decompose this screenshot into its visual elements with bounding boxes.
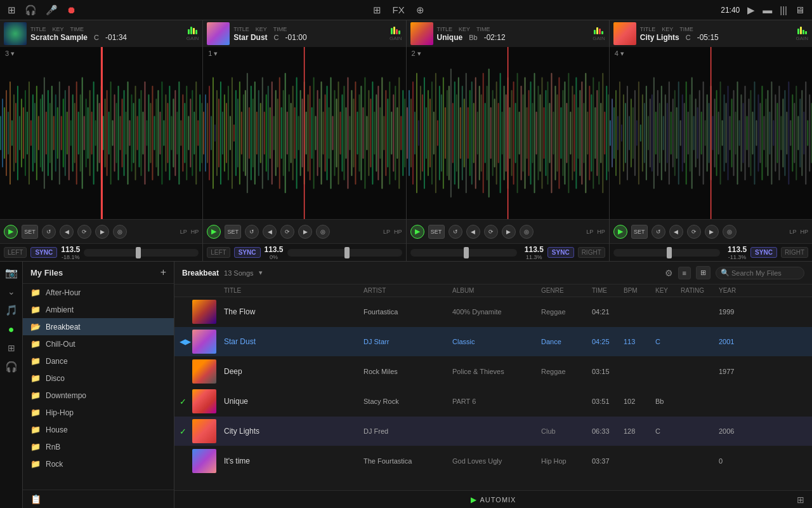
deck-2-pitch-thumb[interactable] <box>464 247 469 258</box>
sidebar-icon-photo[interactable]: 📷 <box>5 267 18 279</box>
deck-4-pitch-slider[interactable] <box>613 249 720 257</box>
deck-4-prev-btn[interactable]: ◀ <box>669 225 683 239</box>
deck-3-prev-btn[interactable]: ◀ <box>60 225 74 239</box>
folder-item-dance[interactable]: 📁 Dance <box>23 352 174 370</box>
folder-item-rnb[interactable]: 📁 RnB <box>23 438 174 455</box>
deck-3-loop2-btn[interactable]: ⟳ <box>77 225 91 239</box>
col-rating[interactable]: Rating <box>681 287 719 294</box>
play-icon[interactable]: ▶ <box>747 4 755 16</box>
deck-4-waveform[interactable]: 4 ▾ <box>610 47 812 219</box>
deck-2-cue-btn[interactable]: ◎ <box>520 225 534 239</box>
sidebar-icon-dj[interactable]: 🎧 <box>5 361 18 373</box>
track-row-2[interactable]: ◀▶ Star Dust DJ Starr Classic Dance 04:2… <box>174 327 812 357</box>
add-to-list-icon[interactable]: 📋 <box>30 494 41 504</box>
deck-4-set-btn[interactable]: SET <box>631 225 648 239</box>
automix-label[interactable]: AUTOMIX <box>480 496 516 504</box>
deck-3-waveform[interactable]: 3 ▾ <box>0 47 202 219</box>
col-bpm[interactable]: BPM <box>624 287 655 294</box>
folder-item-disco[interactable]: 📁 Disco <box>23 370 174 387</box>
deck-1-loop2-btn[interactable]: ⟳ <box>280 225 294 239</box>
fx2-icon[interactable]: ⊕ <box>416 4 424 16</box>
deck-4-play-btn[interactable]: ▶ <box>613 225 627 239</box>
sidebar-icon-spotify[interactable]: ● <box>8 324 15 335</box>
list-view-btn[interactable]: ≡ <box>678 267 691 279</box>
track-row-3[interactable]: Deep Rock Miles Police & Thieves Reggae … <box>174 357 812 387</box>
deck-2-play-btn[interactable]: ▶ <box>410 225 424 239</box>
track-row-5[interactable]: ✓ City Lights DJ Fred Club 06:33 128 C 2… <box>174 417 812 446</box>
col-artist[interactable]: Artist <box>363 287 452 294</box>
deck-1-play-btn[interactable]: ▶ <box>207 225 221 239</box>
folder-item-downtempo[interactable]: 📁 Downtempo <box>23 387 174 404</box>
track-row-4[interactable]: ✓ Unique Stacy Rock PART 6 03:51 102 Bb <box>174 387 812 417</box>
deck-3-cue-btn[interactable]: ◎ <box>113 225 127 239</box>
layout-icon[interactable]: ▬ <box>763 4 772 15</box>
filter-icon[interactable]: ⚙ <box>665 268 673 278</box>
deck-1-sync-btn[interactable]: SYNC <box>234 247 261 258</box>
deck-2-pitch-slider[interactable] <box>410 249 517 257</box>
deck-3-next-btn[interactable]: ▶ <box>95 225 109 239</box>
deck-4-pitch-thumb[interactable] <box>667 247 672 258</box>
deck-3-play-btn[interactable]: ▶ <box>4 225 18 239</box>
col-album[interactable]: Album <box>452 287 541 294</box>
folder-item-ambient[interactable]: 📁 Ambient <box>23 301 174 318</box>
deck-3-set-btn[interactable]: SET <box>22 225 38 239</box>
deck-2-next-btn[interactable]: ▶ <box>502 225 516 239</box>
deck-2-side[interactable]: RIGHT <box>578 247 605 258</box>
deck-3-pitch-slider[interactable] <box>84 249 199 257</box>
fx-label[interactable]: FX <box>393 4 405 15</box>
deck-3-pitch-thumb[interactable] <box>136 247 141 258</box>
col-year[interactable]: Year <box>719 287 750 294</box>
col-key[interactable]: Key <box>655 287 681 294</box>
col-title[interactable]: Title <box>224 287 363 294</box>
sidebar-icon-expand[interactable]: ⌄ <box>8 286 15 297</box>
deck-2-set-btn[interactable]: SET <box>428 225 445 239</box>
deck-1-set-btn[interactable]: SET <box>225 225 241 239</box>
folder-item-house[interactable]: 📁 House <box>23 421 174 438</box>
settings-icon[interactable]: ⊞ <box>797 495 804 505</box>
deck-1-side[interactable]: LEFT <box>207 247 230 258</box>
deck-4-loop-btn[interactable]: ↺ <box>652 225 665 239</box>
deck-2-sync-btn[interactable]: SYNC <box>547 247 574 258</box>
sidebar-icon-itunes[interactable]: 🎵 <box>5 304 18 316</box>
deck-1-pitch-thumb[interactable] <box>344 247 350 258</box>
folder-item-after-hour[interactable]: 📁 After-Hour <box>23 284 174 301</box>
deck-1-next-btn[interactable]: ▶ <box>298 225 312 239</box>
deck-4-cue-btn[interactable]: ◎ <box>723 225 737 239</box>
monitor-icon[interactable]: 🖥 <box>795 4 804 15</box>
deck-1-pitch-slider[interactable] <box>287 249 402 257</box>
deck-1-prev-btn[interactable]: ◀ <box>263 225 277 239</box>
deck-3-side[interactable]: LEFT <box>4 247 27 258</box>
deck-3-sync-btn2[interactable]: SYNC <box>30 247 57 258</box>
dropdown-arrow[interactable]: ▾ <box>259 269 263 277</box>
deck-3-loop-btn[interactable]: ↺ <box>42 225 56 239</box>
deck-1-cue-btn[interactable]: ◎ <box>316 225 330 239</box>
col-time[interactable]: Time <box>592 287 624 294</box>
add-folder-btn[interactable]: + <box>160 267 166 278</box>
deck-4-side[interactable]: RIGHT <box>781 247 808 258</box>
deck-2-loop-btn[interactable]: ↺ <box>449 225 462 239</box>
deck-2-loop2-btn[interactable]: ⟳ <box>484 225 498 239</box>
col-genre[interactable]: Genre <box>541 287 592 294</box>
mic-icon[interactable]: 🎤 <box>46 4 58 16</box>
deck-4-loop2-btn[interactable]: ⟳ <box>687 225 701 239</box>
track-row-6[interactable]: It's time The Fourtastica God Loves Ugly… <box>174 446 812 476</box>
grid-view-btn[interactable]: ⊞ <box>696 266 710 279</box>
apps-icon[interactable]: ⊞ <box>373 4 381 16</box>
folder-item-breakbeat[interactable]: 📂 Breakbeat <box>23 318 174 335</box>
record-icon[interactable]: ⏺ <box>67 4 76 15</box>
deck-1-waveform[interactable]: 1 ▾ <box>203 47 405 219</box>
deck-2-time-label: TIME <box>476 26 490 32</box>
deck-1-loop-btn[interactable]: ↺ <box>245 225 259 239</box>
track-row-1[interactable]: The Flow Fourtastica 400% Dynamite Regga… <box>174 297 812 327</box>
deck-4-sync-btn[interactable]: SYNC <box>750 247 777 258</box>
grid-icon[interactable]: ⊞ <box>8 4 16 16</box>
deck-2-waveform[interactable]: 2 ▾ <box>407 47 609 219</box>
sidebar-icon-grid[interactable]: ⊞ <box>8 343 15 353</box>
deck-2-prev-btn[interactable]: ◀ <box>466 225 480 239</box>
bars-icon[interactable]: ||| <box>780 4 787 15</box>
folder-item-rock[interactable]: 📁 Rock <box>23 455 174 472</box>
deck-4-next-btn[interactable]: ▶ <box>705 225 719 239</box>
headphones-icon[interactable]: 🎧 <box>25 4 37 16</box>
folder-item-chillout[interactable]: 📁 Chill-Out <box>23 335 174 352</box>
folder-item-hiphop[interactable]: 📁 Hip-Hop <box>23 404 174 421</box>
